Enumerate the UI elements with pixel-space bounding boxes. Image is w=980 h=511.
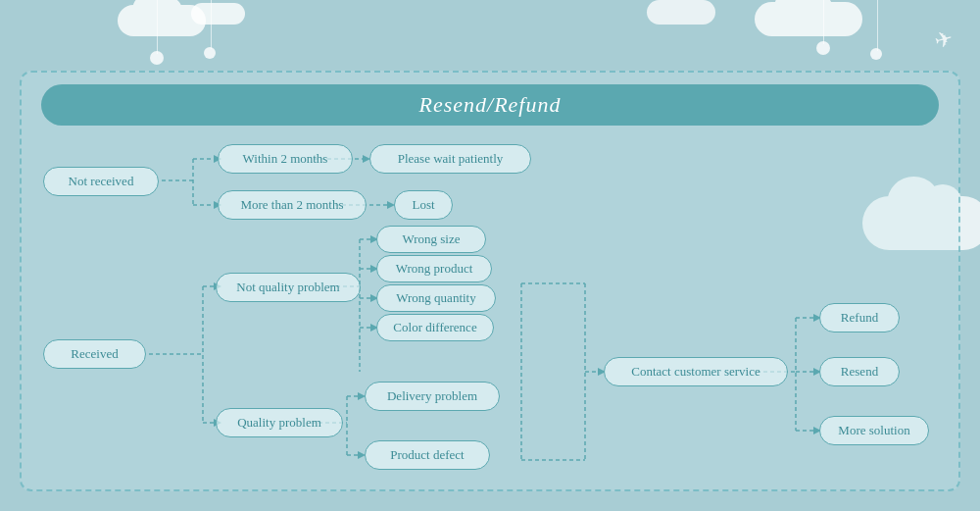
connectors-svg [22,73,958,489]
refund-node: Refund [819,303,900,332]
contact-customer-service-node: Contact customer service [604,357,788,386]
product-defect-node: Product defect [365,440,490,470]
quality-problem-node: Quality problem [216,408,343,437]
airplane-icon: ✈ [932,26,956,55]
main-container: Resend/Refund [20,71,960,491]
within-2-months-node: Within 2 months [218,144,353,174]
please-wait-node: Please wait patiently [369,144,531,174]
wrong-product-node: Wrong product [376,255,492,282]
color-difference-node: Color difference [376,314,494,341]
page-title: Resend/Refund [419,92,562,118]
more-than-2-months-node: More than 2 months [218,190,367,220]
resend-node: Resend [819,357,900,386]
more-solution-node: More solution [819,416,929,445]
delivery-problem-node: Delivery problem [365,382,500,411]
received-node: Received [43,339,146,369]
lost-node: Lost [394,190,453,220]
not-received-node: Not received [43,167,159,196]
not-quality-problem-node: Not quality problem [216,273,361,302]
title-bar: Resend/Refund [41,84,939,126]
wrong-size-node: Wrong size [376,226,486,253]
wrong-quantity-node: Wrong quantity [376,284,496,312]
